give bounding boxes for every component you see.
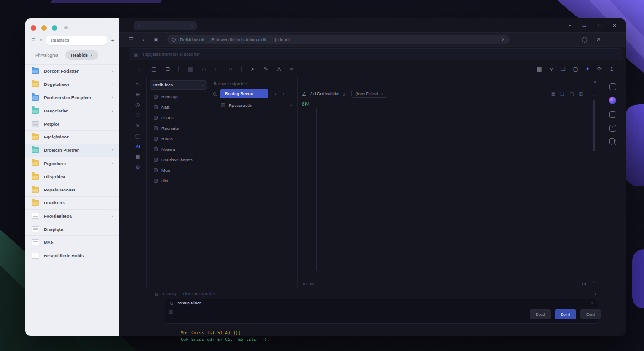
console-header[interactable]: ▤ Furrasy Tfedtertretrctrtetles ∨ — [155, 292, 596, 296]
export-tool-icon[interactable] — [609, 125, 616, 132]
favorites-icon[interactable]: ♡ — [135, 113, 140, 118]
bookmark-icon[interactable]: ▯ — [343, 92, 345, 96]
chevron-down-icon[interactable]: ∨ — [283, 92, 285, 96]
checkbox[interactable] — [154, 179, 158, 183]
scrollbar[interactable]: ∧ ∨ — [592, 94, 596, 283]
record-icon[interactable]: ◯ — [582, 37, 587, 43]
annotate-icon[interactable]: ✑ — [290, 66, 294, 72]
close-icon[interactable]: ✕ — [596, 37, 601, 43]
sidebar-item[interactable]: Dilspridea › — [25, 170, 119, 183]
frame-icon[interactable]: ▢ — [151, 66, 156, 72]
sidebar-tab[interactable]: Phrvslogres ∨ — [30, 50, 64, 60]
layout-icon[interactable]: ▤ — [537, 66, 542, 72]
window-control-button[interactable]: ✕ — [613, 23, 617, 28]
window-control-button[interactable]: ▢ — [597, 23, 601, 28]
magic-brush-icon[interactable]: ✦ — [585, 66, 590, 72]
divider[interactable] — [178, 66, 179, 72]
copy-icon[interactable]: ❏ — [560, 91, 564, 96]
sidebar-item[interactable]: Fqcig/Nloor — [25, 130, 119, 144]
zoom-traffic-light[interactable] — [52, 25, 57, 31]
minimize-traffic-light[interactable] — [41, 25, 47, 31]
settings-icon[interactable]: ⚙ — [135, 165, 140, 170]
chevron-down-icon[interactable]: ∨ — [290, 104, 292, 107]
sphere-3d-icon[interactable] — [609, 97, 616, 104]
sidebar-item[interactable]: Potplot — [25, 117, 119, 130]
sidebar-item[interactable]: Resgcldlerie Rolds — [25, 249, 119, 262]
sidebar-item[interactable]: Druokrets — [25, 196, 119, 209]
console-button[interactable]: Eor d — [555, 309, 576, 319]
back-icon[interactable]: ‹ — [143, 37, 145, 43]
console-button[interactable]: Doud — [530, 309, 551, 319]
forward-icon[interactable]: › — [191, 23, 193, 28]
scroll-up-icon[interactable]: ∧ — [592, 94, 596, 97]
site-info-icon[interactable] — [172, 38, 176, 42]
close-icon[interactable]: ✕ — [135, 123, 140, 128]
search-icon[interactable] — [213, 92, 216, 96]
sidebar-item[interactable]: Popela|Gooust — [25, 183, 119, 196]
checkbox[interactable] — [154, 126, 158, 130]
console-titlebar[interactable]: Potxup Nloor ∨ — [165, 299, 598, 307]
record-icon[interactable]: ◯ — [135, 134, 140, 139]
connector-icon[interactable]: ∾ — [228, 66, 233, 72]
chevron-icon[interactable]: › — [113, 175, 113, 178]
selector-item[interactable]: Rpesareetln ∨ — [210, 103, 297, 108]
file-item[interactable]: RoutlovrShopes — [147, 154, 210, 165]
clear-icon[interactable]: ✕ — [501, 37, 505, 42]
back-icon[interactable]: ← — [137, 66, 143, 72]
sidebar-item[interactable]: Dogptaliewr ∨ — [25, 78, 119, 91]
sidebar-item[interactable]: MAls — [25, 235, 119, 249]
search-icon[interactable] — [170, 302, 173, 305]
shape-icon[interactable]: ◻ — [202, 66, 206, 72]
close-panel-icon[interactable]: ✕ — [593, 80, 596, 84]
menu-icon[interactable]: ☰ — [129, 37, 134, 43]
editor-tab[interactable]: ∠rf Ccrtfeotbtbe — [310, 91, 339, 96]
close-traffic-light[interactable] — [31, 25, 36, 31]
chevron-down-icon[interactable]: ∨ — [594, 292, 596, 296]
sidebar-search-input[interactable]: Reabtecs — [46, 36, 107, 45]
checkbox[interactable] — [154, 137, 158, 141]
checkbox[interactable] — [154, 147, 158, 151]
grid-icon[interactable]: ▦ — [188, 66, 193, 72]
chevron-icon[interactable]: ∨ — [111, 161, 113, 165]
sidebar-item[interactable]: Dorcott Fodatter ∨ — [25, 64, 119, 78]
menu-icon[interactable]: ☰ — [31, 37, 36, 43]
file-item[interactable]: Ilks — [147, 176, 210, 186]
share-icon[interactable]: ↥ — [609, 66, 614, 72]
grid-view-icon[interactable]: ▦ — [551, 91, 555, 96]
chevron-icon[interactable]: › — [113, 228, 113, 231]
breadcrumb-dropdown[interactable]: (lecer.Fidtrsrl ∨ — [351, 90, 387, 98]
console-button[interactable]: Cord — [580, 309, 601, 319]
sidebar-item[interactable]: Drisplqts › — [25, 223, 119, 236]
chevron-down-icon[interactable]: ∨ — [591, 301, 593, 305]
copy-tool-icon[interactable] — [609, 138, 615, 144]
sidebar-item[interactable]: Pcoheorstro Einepleer ∨ — [25, 91, 119, 104]
sidebar-tab[interactable]: Reablds ∨ — [65, 50, 98, 60]
sidebar-item[interactable]: Drcetcrh Plidtrer ∧ — [25, 144, 119, 157]
frame-icon[interactable]: ▢ — [569, 91, 574, 96]
history-icon[interactable]: ◷ — [135, 102, 140, 107]
chevron-icon[interactable]: ∨ — [111, 69, 113, 73]
frame-tool-icon[interactable] — [609, 83, 616, 90]
file-item[interactable]: Natt — [147, 102, 210, 112]
window-control-button[interactable]: − — [569, 23, 571, 28]
titlebar-search[interactable]: ‹ › — [134, 21, 197, 30]
checkbox[interactable] — [154, 168, 158, 172]
file-item[interactable]: Nosers — [147, 144, 210, 154]
checkbox[interactable] — [154, 158, 158, 162]
scroll-thumb[interactable] — [593, 100, 595, 151]
chevron-down-icon[interactable]: ∨ — [549, 66, 553, 72]
panel-tool-icon[interactable] — [609, 111, 616, 118]
file-item[interactable]: Rexsags — [147, 91, 210, 102]
globe-icon[interactable]: ⊕ — [135, 92, 140, 97]
back-icon[interactable]: ‹ — [138, 23, 140, 28]
new-tab-icon[interactable]: ▣ — [154, 37, 158, 43]
chevron-icon[interactable]: ∨ — [111, 214, 113, 218]
file-item[interactable]: Recmate — [147, 123, 210, 133]
divider[interactable] — [242, 66, 242, 72]
window-control-button[interactable]: ▭ — [582, 23, 586, 28]
text-tool-icon[interactable]: A — [277, 66, 281, 72]
files-dropdown[interactable]: Bteib fees ∨ — [150, 80, 207, 90]
shape-alt-icon[interactable]: ◻ — [215, 66, 220, 72]
signal-icon[interactable]: ∿ — [135, 81, 140, 86]
file-item[interactable]: Roats — [147, 133, 210, 144]
